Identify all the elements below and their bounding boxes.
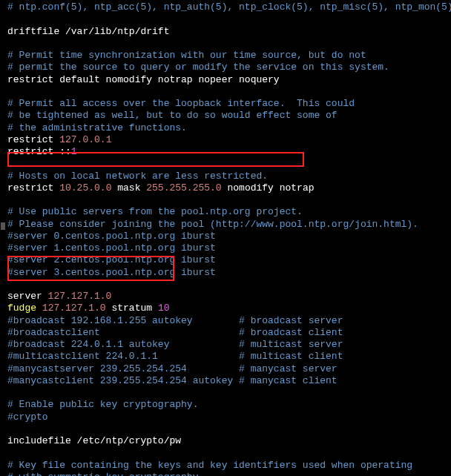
config-line: restrict 10.25.0.0 mask 255.255.255.0 no… (7, 182, 444, 194)
config-line: # be tightened as well, but to do so wou… (7, 110, 444, 122)
config-line: # Permit all access over the loopback in… (7, 98, 444, 110)
config-line (7, 387, 444, 399)
config-line: # with symmetric key cryptography. (7, 472, 444, 476)
config-line (7, 13, 444, 25)
config-line: #server 0.centos.pool.ntp.org iburst (7, 231, 444, 242)
config-line (7, 38, 444, 50)
config-line: # Enable public key cryptography. (7, 399, 444, 411)
config-line: # ntp.conf(5), ntp_acc(5), ntp_auth(5), … (7, 1, 444, 13)
config-line: #manycastserver 239.255.254.254 # manyca… (7, 363, 444, 375)
config-line: driftfile /var/lib/ntp/drift (7, 26, 444, 38)
config-line: #manycastclient 239.255.254.254 autokey … (7, 375, 444, 387)
config-line (7, 423, 444, 435)
config-file-view: # ntp.conf(5), ntp_acc(5), ntp_auth(5), … (7, 1, 444, 476)
config-line: restrict 127.0.0.1 (7, 134, 444, 146)
config-line: #broadcast 224.0.1.1 autokey # multicast… (7, 339, 444, 351)
config-line: #broadcastclient # broadcast client (7, 327, 444, 339)
config-line: restrict default nomodify notrap nopeer … (7, 74, 444, 86)
config-line: # Key file containing the keys and key i… (7, 460, 444, 472)
config-line (7, 194, 444, 206)
config-line: # Please consider joining the pool (http… (7, 219, 444, 231)
config-line (7, 279, 444, 291)
config-line (7, 86, 444, 98)
config-line: # Hosts on local network are less restri… (7, 171, 444, 182)
config-line: #server 1.centos.pool.ntp.org iburst (7, 242, 444, 254)
config-line (7, 158, 444, 170)
config-line: # Permit time synchronization with our t… (7, 50, 444, 62)
config-line: #broadcast 192.168.1.255 autokey # broad… (7, 315, 444, 327)
config-line: #server 2.centos.pool.ntp.org iburst (7, 254, 444, 266)
config-line: restrict ::1 (7, 146, 444, 158)
config-line: # the administrative functions. (7, 122, 444, 134)
config-line: #crypto (7, 411, 444, 423)
gutter-indicator (1, 222, 5, 230)
config-line (7, 447, 444, 459)
config-line: fudge 127.127.1.0 stratum 10 (7, 303, 444, 314)
config-line: server 127.127.1.0 (7, 291, 444, 303)
config-line: #multicastclient 224.0.1.1 # multicast c… (7, 351, 444, 363)
config-line: includefile /etc/ntp/crypto/pw (7, 435, 444, 447)
config-line: # permit the source to query or modify t… (7, 62, 444, 73)
config-line: #server 3.centos.pool.ntp.org iburst (7, 267, 444, 279)
config-line: # Use public servers from the pool.ntp.o… (7, 206, 444, 218)
